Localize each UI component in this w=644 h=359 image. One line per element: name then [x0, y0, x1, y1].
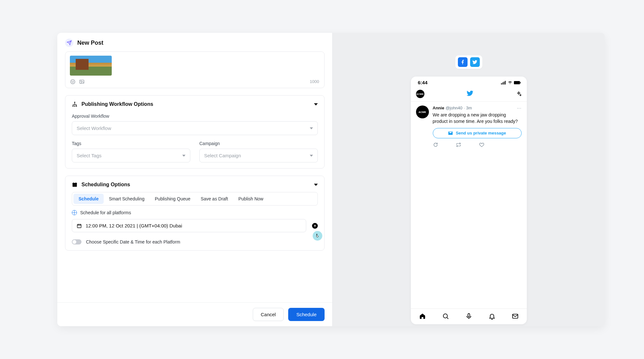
wifi-icon: [507, 81, 513, 85]
tab-smart-scheduling[interactable]: Smart Scheduling: [104, 194, 150, 204]
add-datetime-button[interactable]: +: [312, 223, 318, 229]
dm-label: Send us private message: [456, 131, 506, 135]
mobile-preview: 6:44 ACME ACME: [411, 77, 527, 324]
svg-rect-16: [514, 81, 520, 84]
media-thumbnail[interactable]: [70, 56, 112, 76]
tweet-time-separator: ·: [464, 106, 465, 110]
svg-rect-8: [76, 106, 77, 107]
svg-rect-14: [504, 81, 504, 84]
approval-label: Approval Workflow: [72, 114, 318, 119]
campaign-label: Campaign: [199, 141, 318, 146]
svg-point-2: [73, 81, 74, 82]
tweet-text: We are dropping a new jaw dropping produ…: [433, 112, 522, 125]
platform-selector: [455, 55, 482, 69]
workflow-section-title: Publishing Workflow Options: [81, 101, 310, 107]
svg-rect-15: [505, 81, 506, 84]
datetime-value: 12:00 PM, 12 Oct 2021 | (GMT+04:00) Duba…: [86, 223, 182, 228]
emoji-icon[interactable]: [70, 79, 76, 85]
tweet-actions: [433, 142, 522, 149]
svg-rect-3: [80, 80, 84, 84]
workflow-card: Publishing Workflow Options Approval Wor…: [65, 95, 325, 169]
datetime-row: 12:00 PM, 12 Oct 2021 | (GMT+04:00) Duba…: [72, 219, 318, 232]
datetime-picker[interactable]: 12:00 PM, 12 Oct 2021 | (GMT+04:00) Duba…: [72, 219, 306, 232]
svg-rect-12: [501, 83, 502, 84]
app-canvas: New Post 1000: [57, 33, 605, 326]
tweet-more-icon[interactable]: ···: [517, 106, 522, 110]
new-post-icon: [65, 39, 73, 47]
chevron-down-icon: [310, 127, 313, 129]
svg-rect-5: [74, 102, 75, 103]
svg-rect-6: [72, 106, 73, 107]
signal-icon: [501, 81, 506, 85]
approval-workflow-select[interactable]: Select Workflow: [72, 121, 318, 135]
chevron-down-icon: [314, 184, 318, 186]
calendar-icon: [72, 182, 78, 188]
tab-schedule[interactable]: Schedule: [73, 194, 104, 204]
tweet-avatar[interactable]: ACME: [416, 106, 429, 118]
nav-home-icon[interactable]: [419, 313, 426, 320]
specific-datetime-toggle-row: Choose Specific Date & Time for each Pla…: [72, 239, 318, 244]
chevron-down-icon: [310, 155, 313, 157]
send-private-message-button[interactable]: Send us private message: [433, 128, 522, 138]
reply-icon[interactable]: [433, 142, 438, 147]
panel-body: 1000 Publishing Workflow Options Approva…: [57, 51, 332, 302]
scheduling-section-title: Scheduling Options: [81, 182, 310, 188]
scheduling-section-toggle[interactable]: Scheduling Options: [72, 182, 318, 188]
svg-rect-13: [502, 82, 503, 84]
svg-point-18: [443, 314, 447, 318]
battery-icon: [514, 81, 521, 85]
retweet-icon[interactable]: [456, 142, 461, 147]
bottom-navigation: [411, 308, 527, 324]
cancel-button[interactable]: Cancel: [253, 308, 284, 321]
tweet-body: Annie @john40 · 3m ··· We are dropping a…: [433, 106, 522, 149]
svg-rect-17: [520, 82, 521, 83]
nav-messages-icon[interactable]: [512, 313, 519, 320]
tweet-author-handle: @john40: [446, 106, 462, 110]
tags-select[interactable]: Select Tags: [72, 149, 190, 162]
status-bar: 6:44: [411, 77, 527, 87]
media-toolbar: [70, 79, 320, 85]
sitemap-icon: [72, 101, 78, 107]
scheduling-card: Scheduling Options Schedule Smart Schedu…: [65, 176, 325, 251]
tab-save-as-draft[interactable]: Save as Draft: [195, 194, 233, 204]
preview-area: 6:44 ACME ACME: [333, 33, 605, 326]
panel-title: New Post: [77, 40, 103, 46]
calendar-icon: [77, 223, 82, 228]
campaign-select[interactable]: Select Campaign: [199, 149, 318, 162]
svg-point-1: [72, 81, 72, 82]
svg-rect-19: [468, 314, 470, 317]
scheduling-tabs: Schedule Smart Scheduling Publishing Que…: [72, 192, 318, 206]
nav-notifications-icon[interactable]: [488, 313, 496, 320]
platform-twitter[interactable]: [470, 57, 480, 67]
tab-publishing-queue[interactable]: Publishing Queue: [150, 194, 196, 204]
tweet-author-name: Annie: [433, 106, 444, 110]
image-icon[interactable]: [79, 79, 85, 85]
schedule-button[interactable]: Schedule: [288, 308, 325, 321]
nav-mic-icon[interactable]: [465, 313, 472, 320]
campaign-placeholder: Select Campaign: [204, 153, 241, 158]
chevron-down-icon: [182, 155, 185, 157]
tab-publish-now[interactable]: Publish Now: [233, 194, 269, 204]
specific-datetime-label: Choose Specific Date & Time for each Pla…: [86, 239, 180, 244]
twitter-logo-icon: [467, 90, 474, 98]
workflow-section-toggle[interactable]: Publishing Workflow Options: [72, 101, 318, 107]
specific-datetime-toggle[interactable]: [72, 239, 81, 244]
nav-search-icon[interactable]: [442, 313, 449, 320]
chevron-down-icon: [314, 103, 318, 106]
svg-point-4: [81, 81, 81, 81]
tags-label: Tags: [72, 141, 190, 146]
footer-actions: Cancel Schedule: [57, 302, 332, 326]
twitter-app-header: ACME: [411, 87, 527, 101]
globe-icon: [72, 210, 77, 215]
account-avatar[interactable]: ACME: [416, 90, 424, 98]
like-icon[interactable]: [479, 142, 484, 147]
new-post-panel: New Post 1000: [57, 33, 333, 326]
media-card: 1000: [65, 51, 325, 88]
status-icons: [501, 81, 521, 85]
panel-header: New Post: [57, 33, 332, 51]
schedule-all-label: Schedule for all platforms: [80, 210, 131, 215]
tweet: ACME Annie @john40 · 3m ··· We are dropp…: [411, 101, 527, 152]
sparkle-icon[interactable]: [516, 91, 522, 97]
platform-facebook[interactable]: [458, 57, 468, 67]
approval-placeholder: Select Workflow: [77, 125, 111, 131]
